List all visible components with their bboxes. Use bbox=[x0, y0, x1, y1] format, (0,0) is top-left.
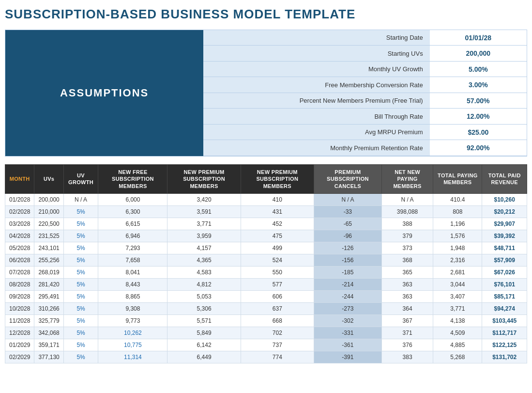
page-title: SUBSCRIPTION-BASED BUSINESS MODEL TEMPLA… bbox=[5, 5, 527, 24]
cell-new-free: 6,000 bbox=[98, 193, 167, 205]
assumption-label: Avg MRPU Premium bbox=[203, 124, 429, 140]
cell-uv-growth: 5% bbox=[63, 205, 98, 218]
cell-new-premium-sub: 4,365 bbox=[167, 254, 241, 266]
assumption-label: Starting Date bbox=[203, 30, 429, 46]
cell-new-free: 8,443 bbox=[98, 278, 167, 290]
table-row: 10/2028310,2665%9,3085,306637-2733643,77… bbox=[5, 302, 527, 314]
cell-month: 10/2028 bbox=[5, 302, 34, 314]
cell-new-free: 9,308 bbox=[98, 302, 167, 314]
cell-premium-cancels: -244 bbox=[314, 290, 381, 302]
cell-new-premium-sub: 4,812 bbox=[167, 278, 241, 290]
cell-net-new-paying: 364 bbox=[381, 302, 433, 314]
cell-uv-growth: 5% bbox=[63, 339, 98, 351]
assumption-row: Avg MRPU Premium $25.00 bbox=[203, 124, 527, 140]
table-row: 01/2029359,1715%10,7756,142737-3613764,8… bbox=[5, 339, 527, 351]
cell-new-premium-sub: 5,849 bbox=[167, 327, 241, 339]
cell-new-premium-sub2: 774 bbox=[241, 351, 314, 363]
cell-total-revenue: $103,445 bbox=[482, 314, 527, 327]
cell-total-revenue: $67,026 bbox=[482, 266, 527, 278]
table-row: 07/2028268,0195%8,0414,583550-1853652,68… bbox=[5, 266, 527, 278]
cell-net-new-paying: 367 bbox=[381, 314, 433, 327]
cell-uv-growth: 5% bbox=[63, 351, 98, 363]
assumption-label: Monthly UV Growth bbox=[203, 61, 429, 77]
cell-total-paying: 410.4 bbox=[433, 193, 482, 205]
cell-uvs: 359,171 bbox=[34, 339, 63, 351]
cell-total-paying: 2,681 bbox=[433, 266, 482, 278]
cell-uvs: 325,779 bbox=[34, 314, 63, 327]
col-header-new-premium-sub: NEW PREMIUM SUBSCRIPTION MEMBERS bbox=[167, 165, 241, 194]
cell-new-premium-sub2: 606 bbox=[241, 290, 314, 302]
col-header-uvs: UVs bbox=[34, 165, 63, 194]
cell-total-revenue: $48,711 bbox=[482, 242, 527, 254]
table-row: 12/2028342,0685%10,2625,849702-3313714,5… bbox=[5, 327, 527, 339]
assumption-row: Starting Date 01/01/28 bbox=[203, 30, 527, 46]
cell-net-new-paying: 368 bbox=[381, 254, 433, 266]
cell-premium-cancels: -126 bbox=[314, 242, 381, 254]
table-row: 11/2028325,7795%9,7735,571668-3023674,13… bbox=[5, 314, 527, 327]
cell-uv-growth: 5% bbox=[63, 290, 98, 302]
assumption-label: Percent New Members Premium (Free Trial) bbox=[203, 93, 429, 109]
cell-net-new-paying: 379 bbox=[381, 230, 433, 242]
cell-new-free: 8,865 bbox=[98, 290, 167, 302]
cell-new-free: 7,658 bbox=[98, 254, 167, 266]
cell-total-paying: 1,576 bbox=[433, 230, 482, 242]
table-row: 03/2028220,5005%6,6153,771452-653881,196… bbox=[5, 218, 527, 230]
cell-new-premium-sub2: 550 bbox=[241, 266, 314, 278]
cell-net-new-paying: 388 bbox=[381, 218, 433, 230]
cell-net-new-paying: 398,088 bbox=[381, 205, 433, 218]
cell-total-revenue: $29,907 bbox=[482, 218, 527, 230]
cell-uvs: 342,068 bbox=[34, 327, 63, 339]
cell-net-new-paying: 371 bbox=[381, 327, 433, 339]
cell-month: 05/2028 bbox=[5, 242, 34, 254]
cell-premium-cancels: -302 bbox=[314, 314, 381, 327]
assumption-value: 5.00% bbox=[430, 61, 527, 77]
cell-total-revenue: $122,125 bbox=[482, 339, 527, 351]
cell-new-free: 7,293 bbox=[98, 242, 167, 254]
col-header-total-revenue: TOTAL PAID REVENUE bbox=[482, 165, 527, 194]
cell-new-premium-sub: 4,583 bbox=[167, 266, 241, 278]
cell-premium-cancels: -185 bbox=[314, 266, 381, 278]
cell-premium-cancels: -214 bbox=[314, 278, 381, 290]
cell-uvs: 377,130 bbox=[34, 351, 63, 363]
data-table-wrapper: MONTH UVs UV GROWTH NEW FREE SUBSCRIPTIO… bbox=[5, 164, 527, 363]
assumption-row: Free Membership Conversion Rate 3.00% bbox=[203, 77, 527, 93]
cell-uvs: 268,019 bbox=[34, 266, 63, 278]
cell-premium-cancels: -361 bbox=[314, 339, 381, 351]
cell-new-premium-sub: 5,571 bbox=[167, 314, 241, 327]
col-header-month: MONTH bbox=[5, 165, 34, 194]
cell-uv-growth: N / A bbox=[63, 193, 98, 205]
cell-new-free: 11,314 bbox=[98, 351, 167, 363]
cell-total-paying: 4,138 bbox=[433, 314, 482, 327]
cell-total-revenue: $76,101 bbox=[482, 278, 527, 290]
assumption-row: Monthly UV Growth 5.00% bbox=[203, 61, 527, 77]
cell-total-paying: 3,044 bbox=[433, 278, 482, 290]
cell-month: 06/2028 bbox=[5, 254, 34, 266]
cell-month: 01/2028 bbox=[5, 193, 34, 205]
assumptions-label: ASSUMPTIONS bbox=[5, 30, 203, 156]
cell-uvs: 200,000 bbox=[34, 193, 63, 205]
assumption-row: Percent New Members Premium (Free Trial)… bbox=[203, 93, 527, 109]
cell-total-paying: 1,948 bbox=[433, 242, 482, 254]
cell-new-premium-sub2: 577 bbox=[241, 278, 314, 290]
cell-total-paying: 3,771 bbox=[433, 302, 482, 314]
assumption-label: Bill Through Rate bbox=[203, 109, 429, 125]
assumption-value: 01/01/28 bbox=[430, 30, 527, 46]
cell-uv-growth: 5% bbox=[63, 230, 98, 242]
cell-total-paying: 2,316 bbox=[433, 254, 482, 266]
cell-total-paying: 4,509 bbox=[433, 327, 482, 339]
assumption-value: 3.00% bbox=[430, 77, 527, 93]
cell-uv-growth: 5% bbox=[63, 327, 98, 339]
cell-month: 01/2029 bbox=[5, 339, 34, 351]
cell-premium-cancels: -33 bbox=[314, 205, 381, 218]
table-row: 01/2028200,000N / A6,0003,420410N / AN /… bbox=[5, 193, 527, 205]
table-row: 02/2029377,1305%11,3146,449774-3913835,2… bbox=[5, 351, 527, 363]
col-header-uv-growth: UV GROWTH bbox=[63, 165, 98, 194]
cell-premium-cancels: -391 bbox=[314, 351, 381, 363]
cell-new-premium-sub: 3,591 bbox=[167, 205, 241, 218]
cell-new-premium-sub: 6,142 bbox=[167, 339, 241, 351]
cell-net-new-paying: 383 bbox=[381, 351, 433, 363]
cell-premium-cancels: -156 bbox=[314, 254, 381, 266]
cell-new-premium-sub: 3,420 bbox=[167, 193, 241, 205]
table-row: 08/2028281,4205%8,4434,812577-2143633,04… bbox=[5, 278, 527, 290]
cell-uv-growth: 5% bbox=[63, 278, 98, 290]
